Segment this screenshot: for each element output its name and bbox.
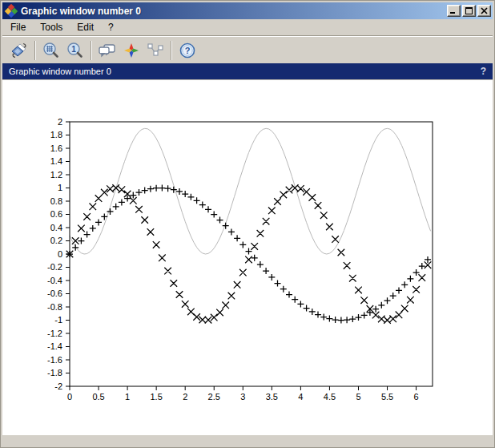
x-tick-label: 5.5 bbox=[381, 392, 393, 402]
series-plus-markers bbox=[66, 185, 431, 324]
x-tick-label: 3.5 bbox=[266, 392, 278, 402]
y-tick-label: -0.8 bbox=[47, 302, 62, 312]
y-tick-label: -1.2 bbox=[47, 329, 62, 338]
rotate-button[interactable] bbox=[8, 39, 30, 61]
close-button[interactable] bbox=[477, 5, 491, 17]
y-tick-label: -1.4 bbox=[47, 341, 62, 351]
x-tick-label: 1.5 bbox=[150, 392, 162, 402]
y-tick-label: -2 bbox=[54, 381, 62, 391]
y-tick-label: -1.6 bbox=[47, 355, 62, 365]
y-tick-label: 1.4 bbox=[50, 156, 62, 166]
toolbar: 1 bbox=[2, 37, 493, 63]
axes-plot: 00.511.522.533.544.555.5621.81.61.41.210… bbox=[2, 80, 493, 433]
x-tick-label: 3 bbox=[240, 392, 245, 402]
dock-header[interactable]: Graphic window number 0 ? bbox=[2, 63, 493, 79]
colormap-button[interactable] bbox=[120, 39, 142, 61]
menu-help[interactable]: ? bbox=[107, 21, 115, 34]
title-bar[interactable]: Graphic window number 0 bbox=[2, 2, 493, 19]
zoom-area-button[interactable] bbox=[40, 39, 62, 61]
plot-canvas[interactable]: 00.511.522.533.544.555.5621.81.61.41.210… bbox=[2, 79, 493, 434]
minimize-button[interactable] bbox=[447, 5, 461, 17]
dock-title: Graphic window number 0 bbox=[9, 67, 481, 76]
datatips-button[interactable] bbox=[144, 39, 166, 61]
maximize-icon bbox=[465, 7, 473, 14]
dock-help-button[interactable]: ? bbox=[481, 66, 486, 77]
colormap-star-icon bbox=[123, 42, 140, 59]
x-tick-label: 2.5 bbox=[208, 392, 220, 402]
svg-text:1: 1 bbox=[71, 45, 76, 54]
datatips-icon bbox=[146, 42, 165, 59]
x-tick-label: 2 bbox=[183, 392, 187, 402]
window-title: Graphic window number 0 bbox=[21, 6, 445, 17]
graphic-window: Graphic window number 0 File Tools Edit … bbox=[0, 0, 495, 448]
zoom-reset-icon: 1 bbox=[66, 42, 84, 59]
y-tick-label: 1.2 bbox=[50, 170, 62, 180]
speech-bubbles-icon bbox=[98, 42, 117, 59]
toolbar-separator bbox=[171, 41, 172, 60]
y-tick-label: 0.6 bbox=[50, 209, 62, 219]
y-tick-label: 1.8 bbox=[50, 130, 62, 139]
x-tick-label: 6 bbox=[414, 392, 419, 402]
y-tick-label: 1 bbox=[58, 183, 62, 192]
status-bar bbox=[2, 434, 493, 446]
x-tick-label: 4 bbox=[298, 392, 303, 402]
ged-editor-button[interactable] bbox=[96, 39, 118, 61]
menu-tools[interactable]: Tools bbox=[38, 21, 64, 34]
x-tick-label: 1 bbox=[125, 392, 130, 402]
y-tick-label: 1.6 bbox=[50, 143, 62, 153]
menu-bar: File Tools Edit ? bbox=[2, 19, 493, 35]
scilab-app-icon bbox=[6, 5, 18, 17]
help-icon: ? bbox=[179, 42, 196, 59]
y-tick-label: -0.4 bbox=[47, 276, 62, 285]
rotate-icon bbox=[10, 42, 28, 59]
menu-file[interactable]: File bbox=[9, 21, 27, 34]
axes-box bbox=[70, 122, 433, 386]
zoom-reset-button[interactable]: 1 bbox=[64, 39, 86, 61]
x-tick-label: 0.5 bbox=[92, 392, 104, 402]
help-button[interactable]: ? bbox=[176, 39, 198, 61]
x-tick-label: 5 bbox=[356, 392, 360, 402]
y-tick-label: 0.4 bbox=[50, 223, 62, 232]
toolbar-separator bbox=[34, 41, 36, 60]
x-tick-label: 0 bbox=[67, 392, 72, 402]
y-tick-label: -1 bbox=[54, 315, 62, 325]
svg-text:?: ? bbox=[184, 46, 190, 55]
y-tick-label: 0.2 bbox=[50, 236, 62, 245]
y-tick-label: -0.2 bbox=[47, 262, 62, 272]
y-tick-label: -0.6 bbox=[47, 289, 62, 298]
y-tick-label: 0 bbox=[58, 249, 62, 259]
toolbar-separator bbox=[91, 41, 92, 60]
minimize-icon bbox=[450, 7, 457, 14]
y-tick-label: -1.8 bbox=[47, 368, 62, 377]
y-tick-label: 0.8 bbox=[50, 196, 62, 206]
y-tick-label: 2 bbox=[58, 117, 62, 127]
menu-edit[interactable]: Edit bbox=[75, 21, 95, 34]
close-icon bbox=[481, 7, 488, 14]
x-tick-label: 4.5 bbox=[324, 392, 336, 402]
maximize-button[interactable] bbox=[462, 5, 476, 17]
zoom-area-icon bbox=[42, 42, 60, 59]
